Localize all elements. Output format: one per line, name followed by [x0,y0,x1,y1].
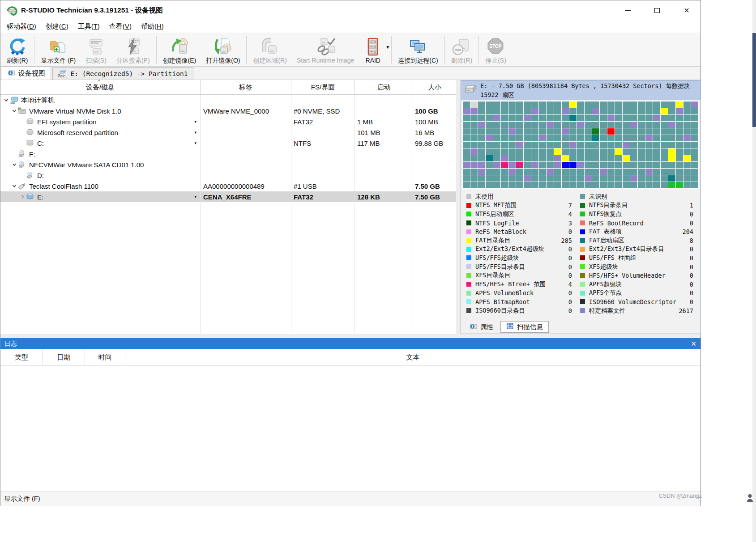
legend-label: FAT启动扇区 [589,237,624,245]
vertical-splitter[interactable] [456,80,461,334]
block-cell [653,102,660,108]
chevron-down-icon[interactable] [10,183,18,189]
app-logo-icon [6,5,17,16]
log-column-header-2[interactable]: 时间 [85,349,125,365]
row-dropdown-caret-icon[interactable]: ▾ [194,130,201,135]
block-cell [478,182,485,188]
tab-properties[interactable]: 属性 [464,321,499,333]
row-dropdown-caret-icon[interactable]: ▾ [194,119,201,124]
table-row[interactable]: 本地计算机 [0,95,456,106]
device-cell: E:▾ [0,191,201,202]
menu-item-h[interactable]: 帮助(H) [137,21,167,32]
toolbar-button-create-image[interactable]: 创建镜像(E) [158,33,201,66]
menu-item-v[interactable]: 查看(V) [106,21,135,32]
legend-count: 0 [568,272,579,279]
legend-label: ISO9660 VolumeDescriptor [589,298,676,305]
block-cell [486,169,493,175]
block-cell [524,135,531,141]
table-row[interactable]: NECVMWar VMware SATA CD01 1.00 [0,159,456,170]
block-cell [653,135,660,141]
toolbar-button-delete: 删除(R) [446,33,477,66]
column-header-1[interactable]: 标签 [201,80,291,94]
table-row[interactable]: D: [0,170,456,181]
table-row[interactable]: F: [0,148,456,159]
tab-device-view[interactable]: 设备视图 [2,67,51,80]
legend-count: 0 [568,228,579,235]
tab-scan-info[interactable]: 扫描信息 [500,321,549,333]
block-cell [516,175,523,182]
block-cell [470,108,478,114]
legend-item: 未识别 [580,192,700,201]
menu-item-t[interactable]: 工具(T) [74,21,103,32]
column-header-0[interactable]: 设备/磁盘^ [0,80,201,94]
legend-swatch [580,282,585,287]
cell-size [413,159,456,170]
block-cell [630,169,637,175]
cell-label [201,95,291,106]
tab-recognized-partition[interactable]: Rec. E: (Recognized5) -> Partition1 [52,67,193,80]
block-cell [478,108,485,114]
column-header-4[interactable]: 大小 [413,80,456,94]
block-cell [585,135,592,141]
block-cell [638,155,645,161]
maximize-icon[interactable] [653,7,661,15]
block-cell [562,148,569,155]
chevron-down-icon[interactable] [2,97,10,103]
table-row[interactable]: EFI system partition▾FAT321 MB100 MB [0,116,456,127]
block-cell [524,122,531,128]
table-row[interactable]: Teclast CoolFlash 1100AA00000000000489#1… [0,181,456,191]
block-cell [630,162,637,168]
block-cell [577,108,584,114]
log-column-header-3[interactable]: 文本 [125,349,700,365]
legend-count: 0 [690,298,700,305]
menu-item-d[interactable]: 驱动器(D) [3,21,40,32]
log-column-header-1[interactable]: 日期 [43,349,85,365]
table-row[interactable]: VMware Virtual NVMe Disk 1.0VMWare NVME_… [0,106,456,116]
chevron-down-icon[interactable] [10,108,18,114]
column-header-3[interactable]: 启动 [355,80,413,94]
block-cell [478,175,485,182]
block-cell [516,142,523,148]
legend-swatch [466,291,471,296]
block-cell [531,108,538,114]
cell-fs [291,159,355,170]
page-scrollbar[interactable] [752,0,756,542]
table-row[interactable]: C:▾NTFS117 MB99.88 GB [0,138,456,148]
block-cell [645,102,653,108]
chevron-down-icon[interactable] [10,162,18,167]
block-cell [645,115,653,121]
column-header-label: FS/界面 [311,83,335,92]
row-dropdown-caret-icon[interactable]: ▾ [194,195,201,199]
block-cell [569,128,577,135]
cell-start [355,159,413,170]
row-dropdown-caret-icon[interactable]: ▾ [194,141,201,145]
block-cell [623,162,630,168]
toolbar-button-open-image[interactable]: 打开镜像(O) [201,33,245,66]
block-cell [615,128,622,135]
minimize-icon[interactable] [624,7,632,15]
log-column-header-0[interactable]: 类型 [0,349,43,365]
log-close-icon[interactable]: ✕ [691,340,696,348]
table-row[interactable]: Microsoft reserved partition▾101 MB16 MB [0,127,456,138]
toolbar-button-raid[interactable]: ▼RAID [359,33,390,66]
toolbar-button-show-files[interactable]: 显示文件 (F) [36,33,81,66]
toolbar-button-connect-remote[interactable]: 连接到远程(C) [393,33,443,66]
scan-info-icon [506,323,514,331]
toolbar-button-refresh[interactable]: 刷新(R) [2,33,33,66]
cell-size: 16 MB [413,127,456,138]
toolbar-separator [156,36,157,64]
close-icon[interactable]: ✕ [683,7,691,15]
block-cell [668,155,675,161]
column-header-2[interactable]: FS/界面 [291,80,355,94]
chevron-right-icon[interactable] [18,194,26,199]
scrollbar-thumb[interactable] [752,33,756,127]
table-row[interactable]: E:▾CENA_X64FREFAT32128 KB7.50 GB [0,191,456,202]
legend-label: UFS/FFS 柱面组 [589,254,636,262]
block-cell [600,155,607,161]
block-cell [524,162,531,168]
view-tabs: 设备视图 Rec. E: (Recognized5) -> Partition1 [0,67,700,80]
horizontal-splitter[interactable] [0,334,700,338]
dropdown-caret-icon[interactable]: ▼ [385,45,390,50]
menu-item-c[interactable]: 创建(C) [42,21,72,32]
log-panel: 日志 ✕ 类型日期时间文本 [0,338,700,491]
